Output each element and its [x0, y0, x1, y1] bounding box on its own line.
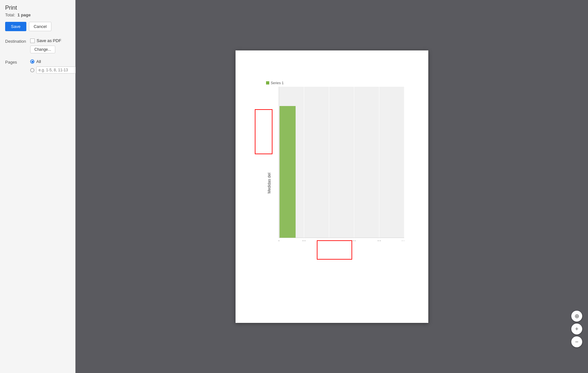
zoom-fit-button[interactable]: ⊕ [571, 311, 582, 322]
svg-text:0: 0 [278, 240, 280, 241]
zoom-out-icon: − [575, 339, 579, 345]
y-axis-title: Medidas del [267, 173, 272, 193]
action-buttons: Save Cancel [5, 22, 70, 31]
pages-label: Pages [5, 59, 30, 65]
zoom-controls: ⊕ + − [571, 311, 582, 347]
chart-svg: 0 20 40 60 80 100 horas del Medidas del [266, 87, 404, 241]
pages-all-label: All [36, 59, 41, 64]
chart-bar [280, 106, 296, 238]
pdf-checkbox-icon[interactable] [30, 39, 35, 43]
pages-custom-radio[interactable] [30, 68, 34, 72]
svg-text:60: 60 [352, 240, 356, 241]
svg-text:100: 100 [401, 240, 404, 241]
total-value: 1 page [17, 13, 31, 17]
svg-text:40: 40 [327, 240, 331, 241]
print-panel: Print Total: 1 page Save Cancel Destinat… [0, 0, 76, 373]
preview-area: Series 1 [76, 0, 588, 373]
destination-value-row: Save as PDF [30, 38, 70, 43]
pages-all-radio[interactable] [30, 59, 34, 64]
zoom-out-button[interactable]: − [571, 336, 582, 347]
svg-text:20: 20 [302, 240, 306, 241]
pages-row: Pages All [5, 59, 70, 75]
destination-content: Save as PDF Change... [30, 38, 70, 53]
print-total: Total: 1 page [5, 13, 70, 17]
pages-custom-input[interactable] [36, 67, 78, 74]
cancel-button[interactable]: Cancel [29, 22, 51, 31]
destination-value: Save as PDF [37, 38, 61, 43]
chart-svg-wrapper: 0 20 40 60 80 100 horas del Medidas del [266, 87, 404, 242]
zoom-in-button[interactable]: + [571, 324, 582, 334]
x-axis-highlight-box [317, 240, 352, 260]
zoom-fit-icon: ⊕ [575, 313, 579, 320]
print-title: Print [5, 4, 70, 11]
svg-text:80: 80 [377, 240, 381, 241]
pages-custom-row [30, 67, 78, 74]
pages-all-row: All [30, 59, 78, 64]
legend-label: Series 1 [271, 81, 284, 85]
chart-container: Series 1 [266, 81, 404, 240]
pages-content: All [30, 59, 78, 75]
legend-color-box [266, 81, 269, 84]
destination-label: Destination [5, 38, 30, 44]
svg-rect-0 [279, 87, 404, 238]
change-button[interactable]: Change... [30, 46, 55, 53]
save-button[interactable]: Save [5, 22, 26, 31]
chart-legend: Series 1 [266, 81, 404, 85]
page-preview: Series 1 [236, 50, 428, 323]
zoom-in-icon: + [575, 326, 579, 333]
destination-row: Destination Save as PDF Change... [5, 38, 70, 53]
total-label: Total: [5, 13, 15, 17]
